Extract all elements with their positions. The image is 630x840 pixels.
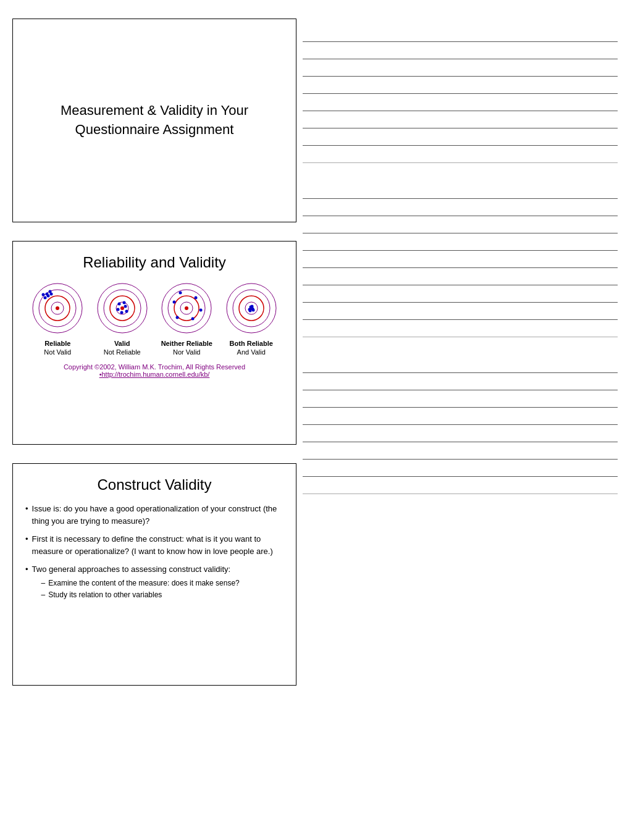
note-line bbox=[303, 373, 618, 390]
svg-point-9 bbox=[50, 293, 53, 296]
svg-point-7 bbox=[44, 296, 47, 300]
svg-point-15 bbox=[120, 306, 124, 310]
svg-point-32 bbox=[179, 292, 182, 295]
slide3-bullets: Issue is: do you have a good operational… bbox=[25, 503, 284, 602]
notes-section-3 bbox=[303, 356, 618, 494]
note-line bbox=[303, 146, 618, 163]
svg-point-26 bbox=[185, 306, 188, 310]
target-reliable-not-valid: Reliable Not Valid bbox=[30, 280, 85, 357]
slide2-link: •http://trochim.human.cornell.edu/kb/ bbox=[25, 371, 284, 378]
slide3-box: Construct Validity Issue is: do you have… bbox=[12, 463, 296, 686]
slide2-box: Reliability and Validity bbox=[12, 241, 296, 445]
target-svg-4 bbox=[224, 280, 279, 336]
note-line bbox=[303, 268, 618, 285]
notes-section-1 bbox=[303, 25, 618, 163]
note-line bbox=[303, 477, 618, 494]
svg-point-30 bbox=[176, 316, 179, 319]
note-line bbox=[303, 356, 618, 373]
target4-label: Both Reliable And Valid bbox=[230, 339, 273, 357]
slide2-title: Reliability and Validity bbox=[25, 254, 284, 271]
target-neither: Neither Reliable Nor Valid bbox=[159, 280, 214, 357]
target-svg-1 bbox=[30, 280, 85, 336]
note-line bbox=[303, 251, 618, 268]
target-svg-3 bbox=[159, 280, 214, 336]
note-line bbox=[303, 199, 618, 216]
bullet-3-sub: Examine the content of the measure: does… bbox=[32, 578, 240, 601]
svg-point-29 bbox=[191, 317, 195, 321]
note-line bbox=[303, 442, 618, 460]
svg-point-20 bbox=[125, 310, 128, 313]
slide1-title: Measurement & Validity in Your Questionn… bbox=[61, 101, 248, 140]
svg-point-17 bbox=[124, 305, 127, 308]
note-line bbox=[303, 94, 618, 111]
notes-section-2 bbox=[303, 182, 618, 337]
bullet-2: First it is necessary to define the cons… bbox=[25, 533, 284, 557]
notes-column bbox=[303, 19, 618, 821]
note-line bbox=[303, 285, 618, 303]
svg-point-21 bbox=[122, 301, 125, 304]
svg-point-8 bbox=[47, 295, 50, 298]
sub-bullet-1: Examine the content of the measure: does… bbox=[41, 578, 240, 589]
svg-point-18 bbox=[120, 311, 123, 314]
note-line bbox=[303, 77, 618, 94]
note-line bbox=[303, 216, 618, 233]
target-valid-not-reliable: Valid Not Reliable bbox=[94, 280, 150, 357]
note-line bbox=[303, 408, 618, 425]
sub-bullet-2: Study its relation to other variables bbox=[41, 590, 240, 600]
slide2-copyright: Copyright ©2002, William M.K. Trochim, A… bbox=[25, 363, 284, 371]
note-line bbox=[303, 460, 618, 477]
target-svg-2 bbox=[94, 280, 150, 336]
svg-point-27 bbox=[173, 301, 176, 304]
note-line bbox=[303, 111, 618, 128]
svg-point-41 bbox=[250, 305, 253, 308]
targets-row: Reliable Not Valid bbox=[25, 280, 284, 357]
note-line bbox=[303, 320, 618, 337]
svg-point-43 bbox=[248, 309, 251, 313]
svg-point-42 bbox=[251, 309, 254, 312]
slide1-box: Measurement & Validity in Your Questionn… bbox=[12, 19, 296, 222]
note-line bbox=[303, 25, 618, 42]
note-line bbox=[303, 59, 618, 77]
svg-point-10 bbox=[42, 293, 45, 296]
target3-label: Neither Reliable Nor Valid bbox=[161, 339, 212, 357]
target2-label: Valid Not Reliable bbox=[104, 339, 141, 357]
svg-point-4 bbox=[56, 306, 59, 310]
target-both: Both Reliable And Valid bbox=[224, 280, 279, 357]
note-line bbox=[303, 182, 618, 199]
note-line bbox=[303, 233, 618, 251]
target1-label: Reliable Not Valid bbox=[44, 339, 71, 357]
note-line bbox=[303, 425, 618, 442]
svg-point-19 bbox=[116, 308, 119, 311]
bullet-1: Issue is: do you have a good operational… bbox=[25, 503, 284, 527]
slide3-title: Construct Validity bbox=[25, 476, 284, 494]
note-line bbox=[303, 128, 618, 146]
bullet-3: Two general approaches to assessing cons… bbox=[25, 563, 284, 602]
note-line bbox=[303, 390, 618, 408]
note-line bbox=[303, 42, 618, 59]
note-line bbox=[303, 303, 618, 320]
svg-point-31 bbox=[200, 309, 203, 312]
svg-point-16 bbox=[117, 303, 120, 306]
svg-point-28 bbox=[195, 296, 198, 300]
